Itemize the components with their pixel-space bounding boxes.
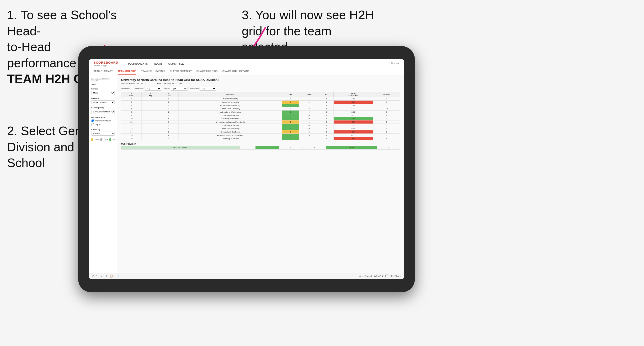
cell-rounds: 8: [373, 117, 400, 121]
region-label: Region: [164, 88, 170, 90]
colour-by-select[interactable]: Win/loss: [91, 132, 115, 136]
paste-btn[interactable]: 📋: [110, 275, 113, 278]
opponent-view-label: Opponent View: [91, 116, 115, 118]
comment-btn[interactable]: 💬: [385, 275, 388, 278]
opp-label: Opponent: [190, 88, 199, 90]
cell-rounds: 17: [373, 104, 400, 107]
division-section: Division NCAA Division I: [91, 97, 115, 104]
col-conf: #Conf: [159, 92, 178, 97]
cell-conf: 1: [159, 127, 178, 130]
nav-committee[interactable]: COMMITTEE: [168, 61, 184, 66]
table-row: 14 2 University of Oklahoma 1 2 0 -1.00 …: [121, 130, 400, 134]
cell-win: 0: [282, 101, 299, 104]
swatch-down-label: Down: [94, 139, 99, 141]
swatch-level: [100, 138, 102, 141]
cell-diff: -1.00: [334, 130, 373, 134]
out-div-tie: 0: [302, 146, 326, 150]
nav-teams[interactable]: TEAMS: [154, 61, 162, 66]
cell-rank: 13: [121, 127, 142, 130]
sign-out-link[interactable]: | Sign out: [390, 62, 400, 65]
table-row: 12 3 University of Virginia 1 0 0 2.33 3: [121, 124, 400, 127]
tab-team-summary[interactable]: TEAM SUMMARY: [94, 69, 113, 75]
table-row: 13 1 Texas Tech University 3 0 0 5.56 9: [121, 127, 400, 130]
cell-reg: [142, 97, 159, 101]
table-row: 6 2 Florida State University 1 2 0 1.83 …: [121, 107, 400, 111]
cell-rounds: 9: [373, 137, 400, 140]
share-btn[interactable]: Share: [394, 275, 401, 278]
copy-btn[interactable]: ⎘: [106, 275, 107, 278]
cell-diff: -2.29: [334, 101, 373, 104]
tab-team-h2h-heatmap[interactable]: TEAM H2H HEATMAP: [141, 69, 165, 75]
gender-label: Gender: [91, 88, 115, 90]
cell-rounds: 9: [373, 127, 400, 130]
cell-reg: [142, 121, 159, 124]
region-select[interactable]: (All): [171, 87, 188, 91]
school-select[interactable]: 1. University of Nort...: [91, 110, 115, 114]
cell-rank: 2: [121, 97, 142, 101]
school-section: School (Rank) 1. University of Nort...: [91, 107, 115, 114]
conference-filter: Conference (All): [134, 87, 161, 91]
cell-conf: 2: [159, 101, 178, 104]
radio-opponents-played[interactable]: Opponents Played: [91, 119, 115, 122]
watch-btn[interactable]: Watch ▾: [374, 275, 383, 278]
present-btn[interactable]: ⊞: [390, 275, 392, 278]
table-row: 10 5 University of Alabama 3 0 0 2.61 8: [121, 117, 400, 121]
cell-reg: [142, 117, 159, 121]
sidebar: Last Updated: 27/03/2024 16:55:38 Team G…: [89, 75, 117, 273]
cell-loss: 0: [299, 127, 319, 130]
swatch-up-label: Up: [112, 139, 115, 141]
out-div-rounds: 3: [377, 146, 400, 150]
cell-rounds: 3: [373, 111, 400, 114]
undo-btn[interactable]: ↩: [92, 275, 94, 278]
cell-diff: 1.67: [334, 97, 373, 101]
cell-reg: [142, 124, 159, 127]
cell-conf: 2: [159, 130, 178, 134]
nav-tournaments[interactable]: TOURNAMENTS: [128, 61, 148, 66]
clock-btn[interactable]: 🕐: [116, 275, 119, 278]
cell-rounds: 3: [373, 124, 400, 127]
cell-conf: 3: [159, 114, 178, 117]
cell-conf: 3: [159, 124, 178, 127]
view-label: View: Original: [358, 275, 372, 277]
cell-tie: 0: [319, 101, 334, 104]
radio-top100[interactable]: Top 100: [91, 123, 115, 126]
redo-btn[interactable]: ↪: [96, 275, 98, 278]
logo-area: SCOREBOARD Powered by clippi: [94, 61, 118, 66]
back-btn[interactable]: ←: [101, 275, 103, 278]
cell-diff: 1.83: [334, 107, 373, 111]
col-reg: #Reg: [142, 92, 159, 97]
division-select[interactable]: NCAA Division I: [91, 100, 115, 104]
last-updated: Last Updated: 27/03/2024 16:55:38: [91, 78, 115, 81]
conf-label: Conference: [134, 88, 144, 90]
sub-nav: TEAM SUMMARY TEAM H2H GRID TEAM H2H HEAT…: [89, 68, 404, 75]
cell-rank: 10: [121, 117, 142, 121]
tab-team-h2h-grid[interactable]: TEAM H2H GRID: [118, 69, 136, 75]
cell-reg: [142, 134, 159, 137]
team-label: Team: [91, 83, 115, 85]
gender-select[interactable]: Men's: [91, 91, 115, 95]
cell-win: 5: [282, 104, 299, 107]
cell-rank: 12: [121, 124, 142, 127]
out-div-diff: 26.00: [326, 146, 377, 150]
tab-player-summary[interactable]: PLAYER SUMMARY: [170, 69, 192, 75]
tab-player-h2h-grid[interactable]: PLAYER H2H GRID: [196, 69, 218, 75]
h2h-table: #Rank #Reg #Conf Opponent Win Loss Tie D…: [121, 92, 400, 140]
cell-rounds: 3: [373, 121, 400, 124]
cell-tie: 0: [319, 137, 334, 140]
tab-player-h2h-heatmap[interactable]: PLAYER H2H HEATMAP: [222, 69, 249, 75]
cell-reg: [142, 137, 159, 140]
cell-rank: 14: [121, 130, 142, 134]
bottom-toolbar: ↩ ↪ ← ⎘ 📋 🕐 View: Original Watch ▾ 💬 ⊞ S…: [89, 273, 404, 279]
opponent-select[interactable]: (All): [200, 87, 216, 91]
cell-win: 1: [282, 107, 299, 111]
cell-reg: [142, 130, 159, 134]
table-row: 8 2 University of Washington 1 0 0 3.67 …: [121, 111, 400, 114]
conference-select[interactable]: (All): [144, 87, 161, 91]
cell-win: 1: [282, 130, 299, 134]
cell-conf: 1: [159, 104, 178, 107]
cell-opponent: University of Arkansas, Fayetteville: [178, 121, 282, 124]
out-div-name: NCAA Division II: [121, 146, 240, 150]
swatch-down: [91, 138, 93, 141]
cell-diff: 5.56: [334, 127, 373, 130]
out-of-div-table: NCAA Division II 1 0 0 26.00 3: [121, 146, 400, 150]
